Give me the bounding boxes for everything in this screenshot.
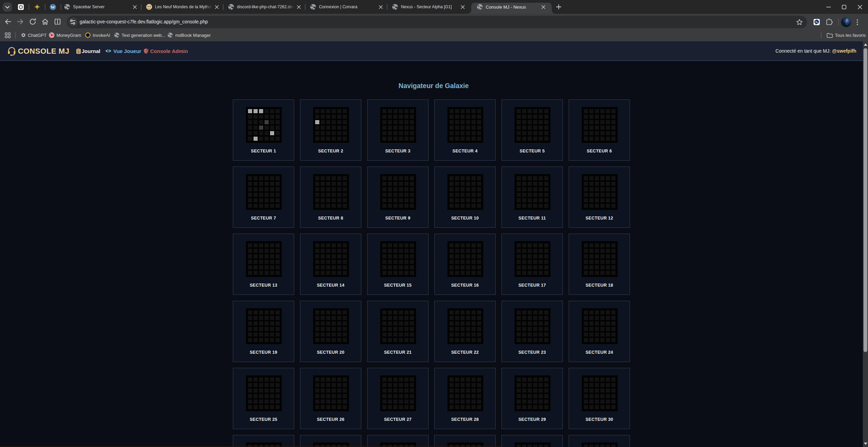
svg-text:W: W <box>51 4 55 10</box>
